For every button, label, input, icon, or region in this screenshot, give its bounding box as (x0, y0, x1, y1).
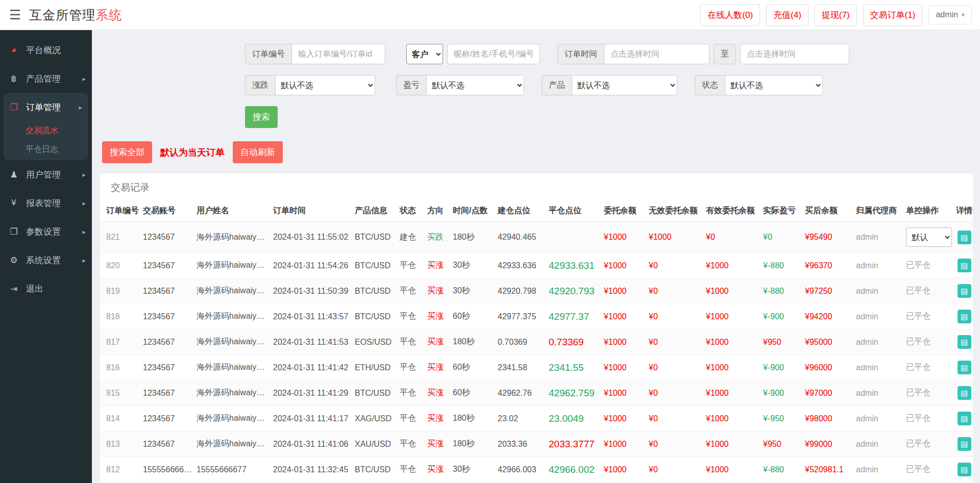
sidebar-item-label: 报表管理 (26, 197, 61, 209)
detail-button[interactable]: ▤ (958, 231, 971, 244)
cell-after-balance: ¥95000 (803, 329, 854, 355)
cell-order-time: 2024-01-31 11:41:29 (271, 380, 353, 406)
sidebar-item-system[interactable]: ⚙系统设置▸ (0, 246, 92, 274)
detail-button[interactable]: ▤ (958, 437, 971, 451)
detail-button[interactable]: ▤ (958, 386, 971, 400)
time-to-input[interactable] (740, 44, 849, 64)
cell-valid-entrust: ¥1000 (704, 380, 761, 406)
control-select[interactable]: 默认 (906, 227, 952, 247)
logout-icon: ⇥ (8, 284, 19, 294)
cell-close-price (547, 222, 602, 253)
order-no-label: 订单编号 (245, 44, 291, 64)
app-title: 互金所管理系统 (29, 7, 122, 23)
cell-status: 平仓 (398, 457, 425, 482)
updown-select[interactable]: 默认不选 (275, 75, 375, 95)
cell-order-id: 817 (100, 329, 141, 355)
cell-invalid-entrust: ¥0 (647, 329, 704, 355)
cell-actual-pl: ¥-880 (761, 278, 803, 304)
cell-actual-pl: ¥-950 (761, 406, 803, 431)
cell-valid-entrust: ¥1000 (704, 355, 761, 380)
cell-order-time: 2024-01-31 11:43:57 (271, 304, 353, 329)
order-no-group: 订单编号 (245, 44, 385, 64)
cell-agent: admin (854, 304, 904, 329)
search-button[interactable]: 搜索 (245, 106, 278, 128)
cell-actual-pl: ¥-900 (761, 304, 803, 329)
sidebar-item-params[interactable]: ❐参数设置▸ (0, 217, 92, 246)
admin-dropdown[interactable]: admin ▾ (928, 5, 972, 24)
cell-detail: ▤ (953, 222, 973, 253)
bitcoin-icon: ฿ (8, 73, 19, 84)
topbar-stat-withdraw[interactable]: 提现(7) (815, 4, 857, 26)
customer-input[interactable] (447, 44, 540, 64)
sidebar-group-orders: ❐订单管理▸交易流水平仓日志 (4, 93, 88, 160)
params-icon: ❐ (8, 226, 19, 237)
cell-entrust-balance: ¥1000 (602, 380, 647, 406)
cell-user-name: 15555666677 (194, 457, 271, 482)
topbar-stat-trade-orders[interactable]: 交易订单(1) (863, 4, 923, 26)
cell-user-name: 海外源码haiwaiym.com (194, 406, 271, 431)
order-time-label: 订单时间 (557, 44, 604, 64)
cell-duration: 30秒 (451, 278, 496, 304)
cell-agent: admin (854, 355, 904, 380)
auto-refresh-button[interactable]: 自动刷新 (233, 141, 283, 163)
detail-button[interactable]: ▤ (958, 335, 971, 349)
cell-account: 1234567 (141, 222, 194, 253)
cell-duration: 180秒 (451, 222, 496, 253)
detail-button[interactable]: ▤ (958, 361, 971, 374)
sidebar-item-users[interactable]: ♟用户管理▸ (0, 160, 92, 189)
sidebar-item-orders[interactable]: ❐订单管理▸ (4, 93, 88, 121)
admin-username: admin (936, 10, 958, 19)
sidebar-subitem-trade-flow[interactable]: 交易流水 (4, 121, 88, 140)
sidebar-item-logout[interactable]: ⇥退出 (0, 274, 92, 303)
customer-type-select[interactable]: 客户 (406, 44, 443, 64)
chevron-right-icon: ▸ (82, 228, 86, 236)
cell-actual-pl: ¥950 (761, 329, 803, 355)
column-header-2: 用户姓名 (194, 200, 271, 222)
cell-open-price: 42920.798 (496, 278, 547, 304)
cell-order-id: 818 (100, 304, 141, 329)
cell-entrust-balance: ¥1000 (602, 406, 647, 431)
sidebar-item-dashboard[interactable]: ◕平台概况 (0, 36, 92, 64)
hamburger-menu-icon[interactable]: ☰ (9, 8, 21, 21)
cell-product: ETH/USD (353, 355, 398, 380)
column-header-11: 无效委托余额 (647, 200, 704, 222)
cell-invalid-entrust: ¥0 (647, 355, 704, 380)
status-select[interactable]: 默认不选 (725, 75, 823, 95)
cell-status: 平仓 (398, 329, 425, 355)
detail-button[interactable]: ▤ (958, 284, 971, 298)
detail-button[interactable]: ▤ (958, 310, 971, 323)
order-no-input[interactable] (291, 44, 385, 64)
cell-valid-entrust: ¥1000 (704, 304, 761, 329)
to-label: 至 (714, 44, 736, 64)
cell-user-name: 海外源码haiwaiym.com (194, 355, 271, 380)
column-header-16: 单控操作 (904, 200, 953, 222)
cell-order-id: 814 (100, 406, 141, 431)
search-all-button[interactable]: 搜索全部 (102, 141, 152, 163)
topbar-stat-online-users[interactable]: 在线人数(0) (700, 4, 760, 26)
cell-order-time: 2024-01-31 11:54:26 (271, 253, 353, 278)
chevron-right-icon: ▸ (82, 171, 86, 179)
cell-invalid-entrust: ¥0 (647, 457, 704, 482)
detail-button[interactable]: ▤ (958, 412, 971, 425)
cell-open-price: 42962.76 (496, 380, 547, 406)
cell-direction: 买涨 (425, 329, 451, 355)
cell-duration: 180秒 (451, 431, 496, 457)
cell-duration: 30秒 (451, 457, 496, 482)
sidebar-item-products[interactable]: ฿产品管理▸ (0, 64, 92, 93)
product-select[interactable]: 默认不选 (572, 75, 677, 95)
cell-account: 1234567 (141, 329, 194, 355)
sidebar-item-reports[interactable]: ¥报表管理▸ (0, 189, 92, 217)
detail-button[interactable]: ▤ (958, 463, 971, 476)
profit-select[interactable]: 默认不选 (426, 75, 524, 95)
detail-button[interactable]: ▤ (958, 259, 971, 272)
panel-title: 交易记录 (100, 173, 973, 200)
today-orders-note: 默认为当天订单 (160, 146, 225, 159)
table-row: 8191234567海外源码haiwaiym.com2024-01-31 11:… (100, 278, 973, 304)
sidebar-subitem-close-log[interactable]: 平仓日志 (4, 140, 88, 159)
sidebar-item-label: 参数设置 (26, 226, 61, 238)
cell-control: 已平仓 (904, 406, 953, 431)
cell-actual-pl: ¥-900 (761, 355, 803, 380)
table-row: 81215555666677155556666772024-01-31 11:3… (100, 457, 973, 482)
time-from-input[interactable] (604, 44, 709, 64)
topbar-stat-recharge[interactable]: 充值(4) (766, 4, 808, 26)
